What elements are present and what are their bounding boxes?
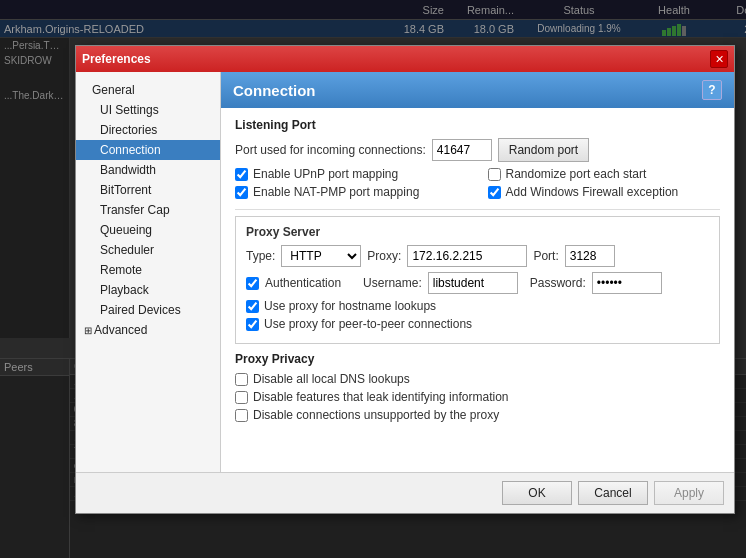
sidebar-item-scheduler[interactable]: Scheduler	[76, 240, 220, 260]
preferences-dialog: Preferences ✕ General UI Settings Direct…	[75, 45, 735, 514]
dns-row: Disable all local DNS lookups	[235, 372, 720, 386]
upnp-row: Enable UPnP port mapping	[235, 167, 468, 181]
sidebar-item-advanced[interactable]: ⊞ Advanced	[76, 320, 220, 340]
help-button[interactable]: ?	[702, 80, 722, 100]
content-header: Connection ?	[221, 72, 734, 108]
proxy-server-section: Proxy Server Type: HTTP None SOCKS4 SOCK…	[235, 216, 720, 344]
proxy-host-label: Proxy:	[367, 249, 401, 263]
dns-label: Disable all local DNS lookups	[253, 372, 410, 386]
sidebar-item-remote[interactable]: Remote	[76, 260, 220, 280]
dns-checkbox[interactable]	[235, 373, 248, 386]
dialog-overlay: Preferences ✕ General UI Settings Direct…	[0, 0, 746, 558]
sidebar-item-connection[interactable]: Connection	[76, 140, 220, 160]
apply-button[interactable]: Apply	[654, 481, 724, 505]
password-input[interactable]	[592, 272, 662, 294]
leak-row: Disable features that leak identifying i…	[235, 390, 720, 404]
port-label: Port used for incoming connections:	[235, 143, 426, 157]
content-body: Listening Port Port used for incoming co…	[221, 108, 734, 436]
firewall-checkbox[interactable]	[488, 186, 501, 199]
sidebar-item-queueing[interactable]: Queueing	[76, 220, 220, 240]
peer-proxy-label: Use proxy for peer-to-peer connections	[264, 317, 472, 331]
dialog-title: Preferences	[82, 52, 151, 66]
proxy-port-label: Port:	[533, 249, 558, 263]
sidebar-item-directories[interactable]: Directories	[76, 120, 220, 140]
proxy-auth-row: Authentication Username: Password:	[246, 272, 709, 294]
unsupported-checkbox[interactable]	[235, 409, 248, 422]
ok-button[interactable]: OK	[502, 481, 572, 505]
listening-port-title: Listening Port	[235, 118, 720, 132]
proxy-host-input[interactable]	[407, 245, 527, 267]
nat-row: Enable NAT-PMP port mapping	[235, 185, 468, 199]
content-title: Connection	[233, 82, 316, 99]
unsupported-label: Disable connections unsupported by the p…	[253, 408, 499, 422]
randomize-label: Randomize port each start	[506, 167, 647, 181]
sidebar-item-transfer-cap[interactable]: Transfer Cap	[76, 200, 220, 220]
port-row: Port used for incoming connections: Rand…	[235, 138, 720, 162]
password-label: Password:	[530, 276, 586, 290]
randomize-row: Randomize port each start	[488, 167, 721, 181]
divider-1	[235, 209, 720, 210]
dialog-close-button[interactable]: ✕	[710, 50, 728, 68]
proxy-privacy-title: Proxy Privacy	[235, 352, 720, 366]
randomize-checkbox[interactable]	[488, 168, 501, 181]
upnp-checkbox[interactable]	[235, 168, 248, 181]
nat-label: Enable NAT-PMP port mapping	[253, 185, 419, 199]
auth-label: Authentication	[265, 276, 341, 290]
proxy-server-title: Proxy Server	[246, 225, 709, 239]
firewall-row: Add Windows Firewall exception	[488, 185, 721, 199]
sidebar-item-bandwidth[interactable]: Bandwidth	[76, 160, 220, 180]
auth-checkbox[interactable]	[246, 277, 259, 290]
hostname-checkbox[interactable]	[246, 300, 259, 313]
cancel-button[interactable]: Cancel	[578, 481, 648, 505]
dialog-titlebar: Preferences ✕	[76, 46, 734, 72]
sidebar-item-general[interactable]: General	[76, 80, 220, 100]
hostname-label: Use proxy for hostname lookups	[264, 299, 436, 313]
dialog-footer: OK Cancel Apply	[76, 472, 734, 513]
sidebar-item-ui-settings[interactable]: UI Settings	[76, 100, 220, 120]
port-input[interactable]	[432, 139, 492, 161]
dialog-content: Connection ? Listening Port Port used fo…	[221, 72, 734, 472]
username-input[interactable]	[428, 272, 518, 294]
sidebar-item-paired-devices[interactable]: Paired Devices	[76, 300, 220, 320]
port-options: Enable UPnP port mapping Enable NAT-PMP …	[235, 167, 720, 203]
dialog-nav: General UI Settings Directories Connecti…	[76, 72, 221, 472]
random-port-button[interactable]: Random port	[498, 138, 589, 162]
proxy-type-label: Type:	[246, 249, 275, 263]
firewall-label: Add Windows Firewall exception	[506, 185, 679, 199]
peer-proxy-checkbox[interactable]	[246, 318, 259, 331]
leak-label: Disable features that leak identifying i…	[253, 390, 508, 404]
upnp-label: Enable UPnP port mapping	[253, 167, 398, 181]
sidebar-item-bittorrent[interactable]: BitTorrent	[76, 180, 220, 200]
dialog-body: General UI Settings Directories Connecti…	[76, 72, 734, 472]
hostname-lookup-row: Use proxy for hostname lookups	[246, 299, 709, 313]
username-label: Username:	[363, 276, 422, 290]
nat-checkbox[interactable]	[235, 186, 248, 199]
proxy-type-row: Type: HTTP None SOCKS4 SOCKS5 Proxy: Por…	[246, 245, 709, 267]
proxy-port-input[interactable]	[565, 245, 615, 267]
proxy-type-select[interactable]: HTTP None SOCKS4 SOCKS5	[281, 245, 361, 267]
sidebar-item-playback[interactable]: Playback	[76, 280, 220, 300]
leak-checkbox[interactable]	[235, 391, 248, 404]
peer-proxy-row: Use proxy for peer-to-peer connections	[246, 317, 709, 331]
expand-icon: ⊞	[84, 325, 92, 336]
unsupported-row: Disable connections unsupported by the p…	[235, 408, 720, 422]
